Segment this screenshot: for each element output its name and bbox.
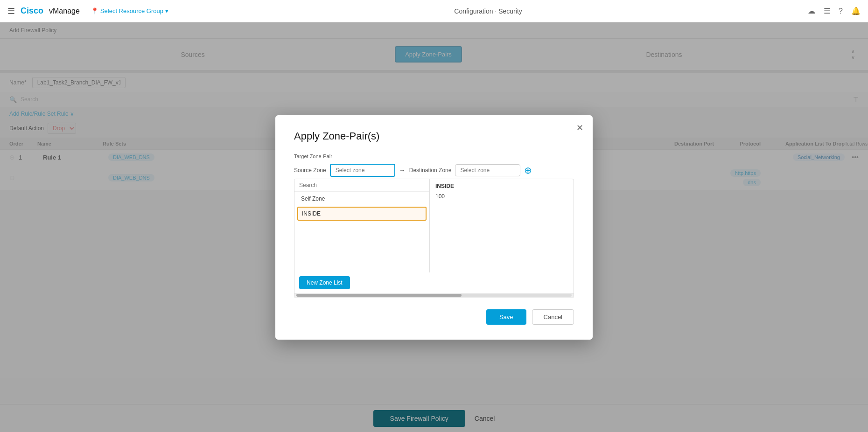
- menu-icon[interactable]: ☰: [824, 7, 830, 15]
- nav-breadcrumb: Configuration · Security: [168, 7, 808, 15]
- modal-body: Target Zone-Pair Source Zone → Destinati…: [294, 153, 574, 298]
- source-zone-input[interactable]: [330, 164, 395, 177]
- dest-zone-input[interactable]: [455, 164, 520, 176]
- modal-save-button[interactable]: Save: [486, 309, 526, 325]
- scrollbar-track: [296, 294, 572, 297]
- resource-group-selector[interactable]: 📍 Select Resource Group ▾: [91, 7, 168, 14]
- nav-right: ☁ ☰ ? 🔔: [808, 7, 861, 15]
- zone-pair-input-row: Source Zone → Destination Zone ⊕: [294, 164, 574, 177]
- new-zone-list-button[interactable]: New Zone List: [299, 276, 350, 289]
- source-zone-label: Source Zone: [294, 167, 326, 174]
- chevron-down-icon: ▾: [165, 7, 168, 14]
- right-value: 100: [435, 193, 568, 200]
- arrow-icon: →: [399, 167, 406, 174]
- modal-close-button[interactable]: ✕: [576, 123, 583, 133]
- dropdown-right-pane: INSIDE 100: [430, 179, 574, 272]
- cloud-icon[interactable]: ☁: [808, 7, 815, 15]
- location-icon: 📍: [91, 7, 98, 14]
- scrollbar-thumb: [296, 294, 462, 297]
- top-nav: ☰ Cisco vManage 📍 Select Resource Group …: [0, 0, 868, 22]
- dest-zone-label: Destination Zone: [409, 167, 452, 174]
- resource-group-label: Select Resource Group: [100, 7, 163, 14]
- zone-search-input[interactable]: [294, 179, 429, 192]
- add-zone-pair-icon[interactable]: ⊕: [524, 165, 532, 176]
- zone-item-self[interactable]: Self Zone: [294, 192, 429, 206]
- help-icon[interactable]: ?: [839, 7, 843, 15]
- scrollbar-area[interactable]: [294, 293, 574, 298]
- nav-left: ☰ Cisco vManage 📍 Select Resource Group …: [7, 6, 168, 16]
- hamburger-icon[interactable]: ☰: [7, 6, 15, 16]
- zone-item-inside[interactable]: INSIDE: [297, 207, 427, 221]
- modal-overlay: ✕ Apply Zone-Pair(s) Target Zone-Pair So…: [0, 22, 868, 432]
- dropdown-left-pane: Self Zone INSIDE: [294, 179, 430, 272]
- modal-title: Apply Zone-Pair(s): [294, 130, 574, 142]
- modal-cancel-button[interactable]: Cancel: [532, 309, 574, 325]
- modal-footer: Save Cancel: [294, 309, 574, 325]
- right-header: INSIDE: [435, 183, 568, 189]
- target-zone-label: Target Zone-Pair: [294, 153, 574, 159]
- dropdown-inner: Self Zone INSIDE INSIDE 100: [294, 179, 574, 272]
- bell-icon[interactable]: 🔔: [851, 7, 861, 15]
- page-background: Add Firewall Policy Sources Apply Zone-P…: [0, 22, 868, 432]
- app-name: vManage: [49, 7, 80, 15]
- apply-zone-pairs-modal: ✕ Apply Zone-Pair(s) Target Zone-Pair So…: [275, 115, 593, 340]
- cisco-logo: Cisco: [21, 6, 43, 16]
- zone-dropdown-panel: Self Zone INSIDE INSIDE 100 New Zone Lis…: [294, 179, 574, 298]
